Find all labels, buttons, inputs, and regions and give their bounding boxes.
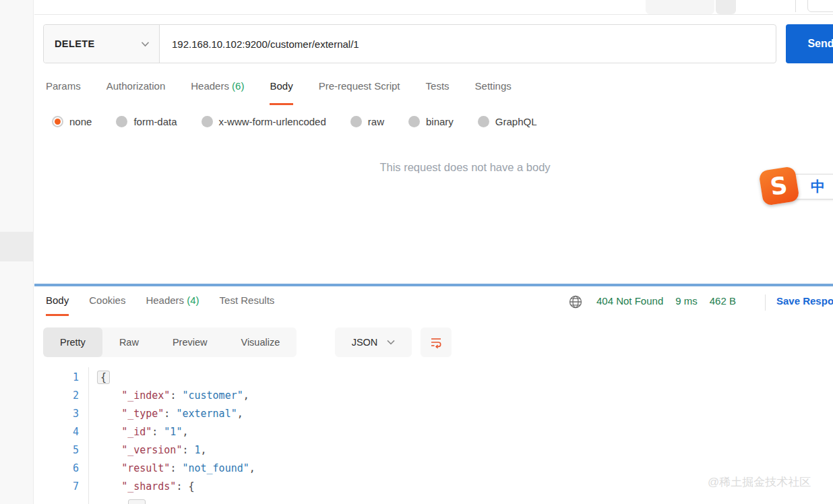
code-content[interactable]: "_index": "customer",	[79, 387, 249, 405]
sogou-logo-letter: S	[769, 171, 790, 200]
code-content[interactable]: {	[79, 369, 110, 387]
meta-divider	[765, 294, 766, 311]
chevron-down-icon	[387, 340, 395, 345]
tab-count-badge: (4)	[184, 294, 199, 306]
token-punct: {	[100, 371, 106, 383]
radio-button-icon	[350, 116, 362, 127]
code-content[interactable]: "result": "not_found",	[79, 460, 255, 478]
radio-button-icon	[202, 116, 213, 127]
body-type-x-www-form-urlencoded[interactable]: x-www-form-urlencoded	[202, 116, 326, 127]
radio-label: GraphQL	[495, 116, 537, 127]
token-punct: :	[164, 408, 176, 420]
tab-label: Headers	[191, 80, 229, 92]
code-content[interactable]: "_type": "external",	[79, 405, 243, 423]
request-tab-tests[interactable]: Tests	[426, 80, 450, 105]
header-divider	[34, 14, 833, 15]
tab-count-badge: (6)	[229, 80, 245, 92]
view-mode-preview[interactable]: Preview	[156, 327, 224, 357]
radio-label: x-www-form-urlencoded	[219, 116, 326, 127]
top-button-partial[interactable]	[807, 0, 833, 12]
fold-marker-partial[interactable]	[128, 499, 146, 504]
request-url-bar: DELETE	[43, 24, 776, 63]
method-label: DELETE	[55, 38, 95, 49]
body-type-none[interactable]: none	[52, 116, 92, 127]
token-str: "customer"	[182, 389, 243, 402]
token-punct: :	[152, 426, 164, 438]
response-size[interactable]: 462 B	[710, 295, 736, 307]
body-type-graphql[interactable]: GraphQL	[478, 116, 537, 127]
tab-label: Headers	[146, 294, 184, 306]
code-line: 2 "_index": "customer",	[43, 387, 833, 405]
save-button-partial[interactable]	[646, 0, 714, 14]
body-type-form-data[interactable]: form-data	[116, 116, 177, 127]
token-key: "_shards"	[121, 480, 176, 493]
save-response-button[interactable]: Save Response	[776, 295, 833, 307]
request-tab-body[interactable]: Body	[270, 80, 292, 105]
token-num: 1	[195, 444, 201, 456]
chevron-down-icon	[141, 41, 150, 47]
token-punct: {	[188, 480, 194, 493]
response-time[interactable]: 9 ms	[675, 295, 698, 307]
tab-label: Test Results	[220, 294, 275, 306]
code-line: 3 "_type": "external",	[43, 405, 833, 423]
request-tab-pre-request-script[interactable]: Pre-request Script	[319, 80, 400, 105]
response-tab-headers[interactable]: Headers (4)	[146, 294, 199, 316]
line-number: 7	[43, 478, 79, 496]
top-divider-line	[795, 0, 796, 12]
sidebar-collapsed-tab[interactable]	[0, 232, 34, 261]
send-button[interactable]: Send	[786, 24, 833, 63]
empty-body-message: This request does not have a body	[97, 161, 833, 174]
ime-language-mode[interactable]: 中	[811, 177, 825, 196]
response-tab-body[interactable]: Body	[46, 294, 69, 316]
response-tabs: BodyCookiesHeaders (4)Test Results	[46, 294, 274, 316]
pane-splitter-handle[interactable]	[34, 284, 833, 286]
response-tab-test-results[interactable]: Test Results	[220, 294, 275, 316]
request-tab-headers[interactable]: Headers (6)	[191, 80, 244, 105]
body-type-raw[interactable]: raw	[350, 116, 384, 127]
tab-label: Pre-request Script	[319, 80, 400, 92]
format-label: JSON	[352, 337, 378, 348]
request-tab-settings[interactable]: Settings	[475, 80, 512, 105]
request-tab-authorization[interactable]: Authorization	[106, 80, 166, 105]
radio-label: binary	[426, 116, 454, 127]
radio-label: form-data	[133, 116, 177, 127]
sogou-logo-icon[interactable]: S	[758, 166, 799, 206]
response-meta: 404 Not Found 9 ms 462 B	[596, 295, 736, 307]
view-mode-raw[interactable]: Raw	[102, 327, 156, 357]
tab-label: Settings	[475, 80, 512, 92]
watermark-text: @稀土掘金技术社区	[708, 474, 811, 490]
method-selector[interactable]: DELETE	[44, 25, 160, 63]
line-number: 2	[43, 387, 79, 405]
format-dropdown[interactable]: JSON	[335, 327, 412, 357]
response-tab-cookies[interactable]: Cookies	[89, 294, 125, 316]
code-content[interactable]: "_shards": {	[79, 478, 195, 496]
token-str: "not_found"	[182, 462, 249, 474]
save-dropdown-partial[interactable]	[716, 0, 736, 14]
code-line: 5 "_version": 1,	[43, 441, 833, 460]
token-str: "1"	[164, 426, 182, 438]
code-content[interactable]: "_version": 1,	[79, 441, 207, 460]
request-tab-params[interactable]: Params	[46, 80, 81, 105]
url-input[interactable]	[160, 25, 776, 63]
token-punct: ,	[201, 444, 207, 456]
tab-label: Cookies	[89, 294, 125, 306]
radio-button-icon	[408, 116, 420, 127]
code-content[interactable]: "_id": "1",	[79, 423, 188, 441]
radio-label: none	[69, 116, 92, 127]
token-punct: ,	[249, 462, 255, 474]
line-number: 5	[43, 441, 79, 460]
view-mode-visualize[interactable]: Visualize	[224, 327, 297, 357]
status-badge[interactable]: 404 Not Found	[596, 295, 663, 307]
fold-marker[interactable]: {	[97, 371, 110, 384]
token-punct: ,	[237, 408, 243, 420]
token-punct: :	[182, 444, 194, 456]
wrap-text-icon	[429, 336, 443, 349]
line-number: 6	[43, 460, 79, 478]
view-mode-pretty[interactable]: Pretty	[43, 327, 102, 357]
body-type-binary[interactable]: binary	[408, 116, 454, 127]
token-punct: :	[170, 462, 182, 474]
token-key: "result"	[121, 462, 170, 474]
token-punct: ,	[182, 426, 188, 438]
wrap-text-button[interactable]	[421, 327, 452, 357]
tab-label: Body	[46, 294, 69, 306]
